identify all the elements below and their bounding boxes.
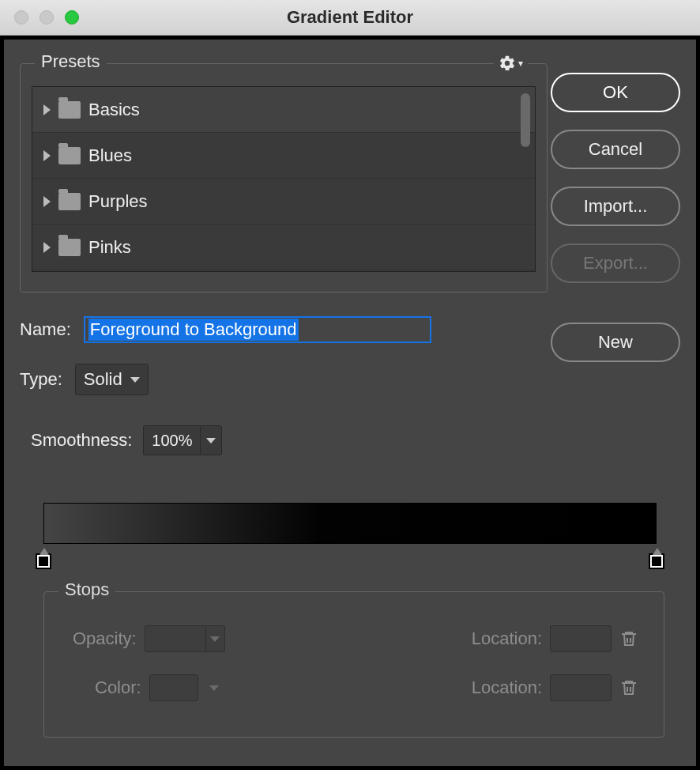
color-location-label: Location: bbox=[472, 678, 542, 698]
dialog-panel: Presets ▾ Basics Blues bbox=[3, 39, 697, 767]
preset-folder-basics[interactable]: Basics bbox=[32, 87, 535, 133]
folder-icon bbox=[58, 147, 81, 164]
preset-label: Purples bbox=[88, 191, 148, 212]
opacity-stepper bbox=[206, 625, 225, 652]
chevron-down-icon bbox=[210, 636, 220, 642]
chevron-down-icon bbox=[209, 685, 219, 691]
chevron-down-icon bbox=[206, 438, 216, 444]
export-button: Export... bbox=[551, 243, 680, 283]
titlebar: Gradient Editor bbox=[0, 0, 700, 36]
ok-button[interactable]: OK bbox=[551, 73, 680, 112]
smoothness-label: Smoothness: bbox=[31, 430, 132, 451]
chevron-right-icon bbox=[43, 196, 51, 207]
name-input-value: Foreground to Background bbox=[88, 319, 299, 341]
gradient-bar[interactable] bbox=[43, 503, 657, 544]
presets-fieldset: Presets ▾ Basics Blues bbox=[20, 63, 548, 293]
preset-folder-blues[interactable]: Blues bbox=[32, 133, 535, 179]
window-title: Gradient Editor bbox=[0, 7, 700, 28]
smoothness-stepper[interactable] bbox=[200, 425, 222, 455]
preset-folder-purples[interactable]: Purples bbox=[32, 179, 535, 225]
folder-icon bbox=[58, 101, 81, 119]
preset-list[interactable]: Basics Blues Purples Pinks bbox=[32, 86, 536, 272]
chevron-down-icon bbox=[130, 377, 140, 383]
stops-fieldset: Stops Opacity: Location: Color: bbox=[43, 591, 664, 738]
opacity-location-label: Location: bbox=[472, 628, 542, 649]
import-button[interactable]: Import... bbox=[551, 187, 680, 226]
presets-menu-button[interactable]: ▾ bbox=[494, 55, 528, 72]
preset-folder-pinks[interactable]: Pinks bbox=[32, 225, 535, 270]
gear-icon bbox=[499, 55, 516, 72]
color-location-input bbox=[550, 674, 612, 701]
smoothness-input[interactable]: 100% bbox=[143, 425, 200, 455]
trash-icon bbox=[619, 628, 638, 650]
type-dropdown[interactable]: Solid bbox=[75, 364, 149, 395]
opacity-label: Opacity: bbox=[73, 628, 137, 649]
trash-icon bbox=[619, 677, 638, 699]
chevron-right-icon bbox=[43, 104, 51, 115]
chevron-right-icon bbox=[43, 150, 51, 161]
folder-icon bbox=[58, 193, 81, 210]
preset-label: Pinks bbox=[88, 237, 131, 258]
name-label: Name: bbox=[20, 319, 71, 340]
new-button[interactable]: New bbox=[551, 323, 680, 362]
scrollbar-thumb[interactable] bbox=[521, 93, 530, 147]
cancel-button[interactable]: Cancel bbox=[551, 130, 680, 169]
color-stop-start[interactable] bbox=[36, 553, 51, 569]
chevron-right-icon bbox=[43, 242, 51, 253]
stops-legend: Stops bbox=[58, 579, 115, 600]
name-input[interactable]: Foreground to Background bbox=[84, 316, 431, 343]
preset-label: Blues bbox=[88, 145, 132, 166]
type-label: Type: bbox=[20, 369, 62, 390]
color-stop-end[interactable] bbox=[649, 553, 664, 569]
folder-icon bbox=[58, 239, 81, 256]
opacity-location-input bbox=[550, 625, 612, 652]
color-swatch bbox=[149, 674, 198, 701]
opacity-input bbox=[145, 625, 206, 652]
presets-legend: Presets bbox=[35, 51, 107, 72]
gradient-preview[interactable] bbox=[43, 503, 657, 544]
color-label: Color: bbox=[95, 678, 141, 698]
preset-label: Basics bbox=[88, 100, 140, 120]
type-value: Solid bbox=[84, 369, 122, 390]
